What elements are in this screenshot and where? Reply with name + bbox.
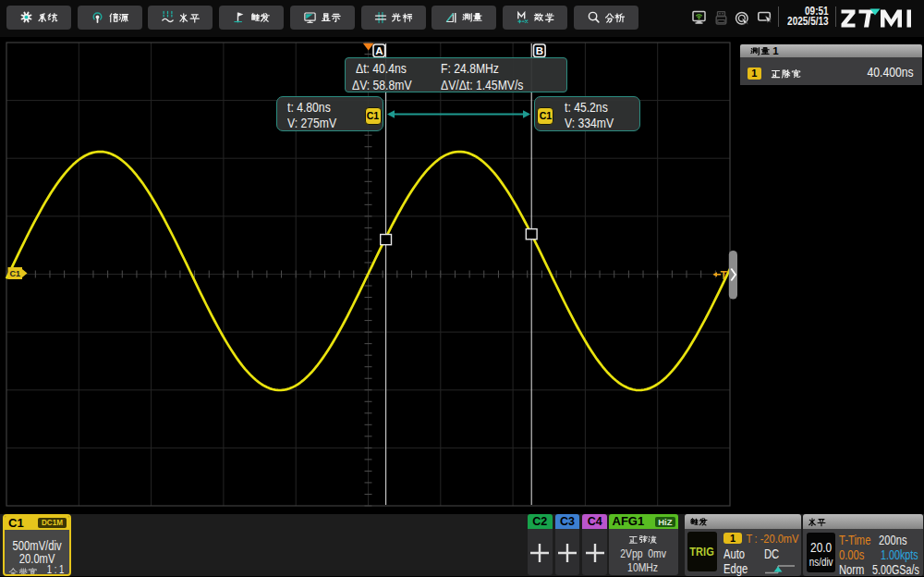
svg-text:C1: C1	[9, 269, 20, 278]
svg-text:T: T	[721, 269, 728, 282]
svg-text:B: B	[536, 45, 543, 56]
svg-text:A: A	[375, 45, 383, 56]
